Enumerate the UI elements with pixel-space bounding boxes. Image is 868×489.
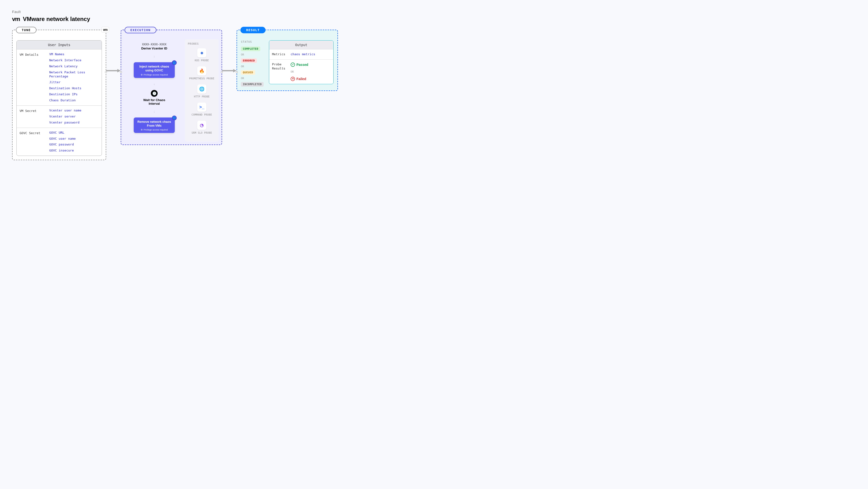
input-item: GOVC password [49,142,76,147]
metrics-value: chaos metrics [290,52,315,56]
globe-icon: 🌐 [172,116,177,120]
result-panel: RESULT STATUS COMPLETEDORERROREDORQUEUED… [237,30,338,91]
inputs-header: User Inputs [17,40,102,50]
wait-step: Wait for Chaos Interval [140,98,169,105]
input-group: GOVC SecretGOVC URLGOVC user nameGOVC pa… [17,128,102,156]
output-card: Output Metrics chaos metrics Probe Resul… [269,40,334,84]
group-items: GOVC URLGOVC user nameGOVC passwordGOVC … [49,131,76,153]
group-label: VM Details [20,52,47,102]
connector-dot [120,71,122,73]
page-title: VMware network latency [23,16,90,23]
http-probe-icon: 🌐 [197,85,206,94]
tune-panel: TUNE vm User Inputs VM DetailsVM NamesNe… [12,30,106,160]
status-badge: INCOMPLETED [241,82,264,87]
prometheus-probe-icon: 🔥 [197,66,206,75]
input-item: Vcenter server [49,115,81,119]
arrow-tune-exec [106,30,121,73]
header: Fault vm VMware network latency [12,10,856,23]
status-badge: COMPLETED [241,46,260,51]
cross-icon: ✕ [290,77,295,81]
passed-badge: ✓ Passed [290,63,308,67]
remove-subtitle: Privilege access required [137,129,172,131]
input-item: GOVC URL [49,131,76,135]
group-items: Vcenter user nameVcenter serverVcenter p… [49,108,81,125]
connector-dot [236,71,238,73]
execution-panel: EXECUTION XXXX-XXXX-XXXX Derive Vcenter … [121,30,222,145]
title-row: vm VMware network latency [12,16,856,23]
tune-label: TUNE [16,27,36,33]
probes-column: PROBES ⎈K8S PROBE🔥PROMETHEUS PROBE🌐HTTP … [185,39,219,141]
k8s-probe: ⎈K8S PROBE [187,48,217,62]
group-label: GOVC Secret [20,131,47,153]
flow-arrow-icon [154,105,154,118]
input-item: Vcenter password [49,121,81,125]
derive-step: Derive Vcenter ID [141,46,167,50]
command-probe-icon: >_ [197,102,206,112]
or-separator: OR [241,65,265,68]
k8s-probe-icon: ⎈ [197,48,206,57]
input-item: Destination IPs [49,92,99,97]
input-group: VM DetailsVM NamesNetwork InterfaceNetwo… [17,50,102,105]
probe-label: SRM SLO PROBE [187,131,217,134]
or-separator: OR [290,70,308,73]
svg-marker-7 [154,112,154,112]
execution-label: EXECUTION [125,27,156,33]
flow-arrow-icon [154,50,154,62]
check-icon: ✓ [290,63,295,67]
execution-flow: XXXX-XXXX-XXXX Derive Vcenter ID 🌐 Injec… [125,40,183,141]
failed-badge: ✕ Failed [290,77,308,81]
vcenter-id: XXXX-XXXX-XXXX [142,43,166,46]
remove-title: Remove network chaos From VMs [137,120,172,128]
input-item: Network Interface [49,58,99,63]
http-probe: 🌐HTTP PROBE [187,85,217,98]
input-item: Chaos Duration [49,98,99,102]
fault-label: Fault [12,10,856,14]
probe-label: PROMETHEUS PROBE [187,77,217,80]
status-badge: ERRORED [241,58,257,63]
input-item: Vcenter user name [49,108,81,113]
probe-label: K8S PROBE [187,59,217,62]
input-item: Network Latency [49,64,99,68]
input-item: Network Packet Loss Percentage [49,70,99,79]
prometheus-probe: 🔥PROMETHEUS PROBE [187,66,217,80]
metrics-label: Metrics [272,52,288,57]
diagram: TUNE vm User Inputs VM DetailsVM NamesNe… [12,30,856,160]
probe-results-label: Probe Results [272,63,288,71]
probe-results-row: Probe Results ✓ Passed OR ✕ Failed [269,59,333,84]
svg-marker-3 [154,57,154,57]
output-header: Output [269,40,333,49]
arrow-exec-result [222,30,237,73]
input-item: VM Names [49,52,99,57]
passed-text: Passed [297,63,308,67]
flow-arrow-icon [154,78,154,90]
result-label: RESULT [240,27,266,33]
or-separator: OR [241,53,265,56]
inject-chaos-card: 🌐 Inject network chaos using GOVC Privil… [134,62,175,78]
vmware-logo-icon: vm [12,16,20,23]
status-badge: QUEUED [241,70,255,75]
globe-icon: 🌐 [172,60,177,65]
status-header: STATUS [241,40,265,43]
clock-icon: 🕐 [151,90,158,97]
input-item: GOVC user name [49,137,76,141]
group-label: VM Secret [20,108,47,125]
connector-dot [105,71,107,73]
input-item: Destination Hosts [49,86,99,91]
failed-text: Failed [297,77,306,81]
probe-label: HTTP PROBE [187,95,217,98]
vmware-badge-icon: vm [101,27,109,33]
inject-title: Inject network chaos using GOVC [137,65,172,73]
or-separator: OR [241,77,265,80]
user-inputs-card: User Inputs VM DetailsVM NamesNetwork In… [17,40,102,156]
srm-slo-probe: ◔SRM SLO PROBE [187,121,217,134]
remove-chaos-card: 🌐 Remove network chaos From VMs Privileg… [134,118,175,133]
status-column: STATUS COMPLETEDORERROREDORQUEUEDORINCOM… [241,40,265,87]
group-items: VM NamesNetwork InterfaceNetwork Latency… [49,52,99,102]
probe-label: COMMAND PROBE [187,113,217,116]
input-group: VM SecretVcenter user nameVcenter server… [17,105,102,128]
srm-slo-probe-icon: ◔ [197,121,206,130]
metrics-row: Metrics chaos metrics [269,49,333,59]
probe-results-values: ✓ Passed OR ✕ Failed [290,63,308,81]
input-item: GOVC insecure [49,149,76,153]
connector-dot [221,71,223,73]
